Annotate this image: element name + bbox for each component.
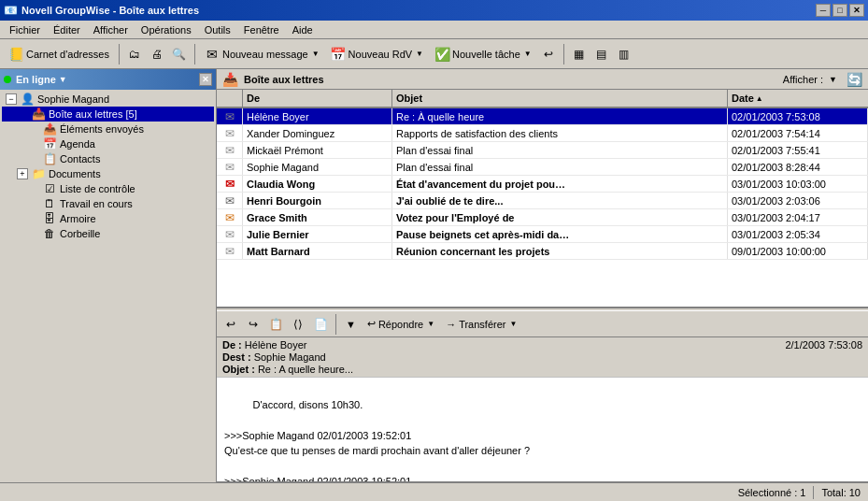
tree-expand-documents[interactable]: + — [17, 168, 28, 179]
reply-icon: ↩ — [367, 318, 376, 330]
email-row[interactable]: ✉ Julie Bernier Pause beignets cet après… — [217, 226, 868, 243]
tree-label-cabinet: Armoire — [60, 213, 96, 224]
col-header-date[interactable]: Date ▲ — [728, 90, 868, 107]
menu-outils[interactable]: Outils — [199, 22, 236, 37]
tree-label-checklist: Liste de contrôle — [60, 183, 135, 194]
refresh-icon[interactable]: 🔄 — [847, 72, 862, 87]
email-sender-cell: Xander Dominguez — [243, 125, 392, 141]
col-header-subject[interactable]: Objet — [392, 90, 728, 107]
email-date-cell: 02/01/2003 7:54:14 — [728, 125, 868, 141]
reply-button[interactable]: ↩ Répondre ▼ — [363, 312, 439, 336]
new-message-button[interactable]: ✉ Nouveau message ▼ — [200, 42, 324, 66]
email-row[interactable]: ✉ Sophie Magand Plan d'essai final 02/01… — [217, 159, 868, 176]
sidebar-close-button[interactable]: ✕ — [199, 73, 212, 86]
tree-item-inbox[interactable]: 📥 Boîte aux lettres [5] — [2, 107, 214, 122]
close-button[interactable]: ✕ — [849, 4, 864, 17]
new-task-button[interactable]: ✅ Nouvelle tâche ▼ — [430, 42, 536, 66]
minimize-button[interactable]: ─ — [816, 4, 831, 17]
tree-label-contacts: Contacts — [60, 153, 100, 165]
email-subject-cell: J'ai oublié de te dire... — [392, 193, 728, 208]
email-row[interactable]: ✉ Hélène Boyer Re : À quelle heure 02/01… — [217, 108, 868, 125]
email-row[interactable]: ✉ Xander Dominguez Rapports de satisfact… — [217, 125, 868, 142]
tree-item-checklist[interactable]: ☑ Liste de contrôle — [2, 181, 214, 196]
email-row[interactable]: ✉ Matt Barnard Réunion concernant les pr… — [217, 243, 868, 260]
new-message-label: Nouveau message — [222, 49, 308, 60]
tree-item-agenda[interactable]: 📅 Agenda — [2, 136, 214, 151]
preview-header-left: De : Hélène Boyer Dest : Sophie Magand O… — [222, 339, 353, 375]
tree-icon-trash: 🗑 — [42, 227, 57, 240]
tree-icon-sent: 📤 — [42, 122, 57, 136]
maximize-button[interactable]: □ — [832, 4, 847, 17]
sort-arrow-icon: ▲ — [756, 94, 763, 103]
email-row[interactable]: ✉ Henri Bourgoin J'ai oublié de te dire.… — [217, 193, 868, 209]
email-icon-cell: ✉ — [217, 125, 243, 141]
toolbar-btn-view1[interactable]: ▦ — [569, 44, 590, 64]
menu-fenetre[interactable]: Fenêtre — [238, 22, 285, 37]
toolbar-btn-view3[interactable]: ▥ — [614, 44, 634, 64]
menu-fichier[interactable]: Fichier — [4, 22, 46, 37]
title-bar: 📧 Novell GroupWise - Boîte aux lettres ─… — [0, 0, 868, 21]
tree-icon-cabinet: 🗄 — [42, 212, 57, 225]
menu-operations[interactable]: Opérations — [135, 22, 197, 37]
toolbar-reply-icon2[interactable]: ↪ — [243, 314, 263, 335]
email-sender-cell: Mickaël Prémont — [243, 142, 392, 158]
email-subject-cell: Rapports de satisfaction des clients — [392, 125, 728, 141]
tree-item-cabinet[interactable]: 🗄 Armoire — [2, 211, 214, 226]
afficher-dropdown-icon[interactable]: ▼ — [829, 75, 837, 84]
reply-dropdown-icon: ▼ — [346, 319, 356, 330]
email-date-cell: 03/01/2003 2:05:34 — [728, 226, 868, 242]
reply-toolbar: ↩ ↪ 📋 ⟨⟩ 📄 ▼ ↩ Répondre ▼ → Transférer ▼ — [217, 311, 868, 337]
tree-item-trash[interactable]: 🗑 Corbeille — [2, 226, 214, 241]
menu-afficher[interactable]: Afficher — [88, 22, 134, 37]
preview-subject-row: Objet : Re : A quelle heure... — [222, 364, 353, 375]
toolbar-btn-print[interactable]: 🖨 — [147, 44, 167, 64]
toolbar-reply-icon1[interactable]: ↩ — [221, 314, 241, 335]
col-header-icon[interactable] — [217, 90, 243, 107]
email-row[interactable]: ✉ Mickaël Prémont Plan d'essai final 02/… — [217, 142, 868, 159]
reply-arrow-icon: ▼ — [427, 320, 434, 328]
app-icon: 📧 — [4, 4, 18, 17]
email-list-container: De Objet Date ▲ ✉ Hélène Boyer Re : À qu… — [217, 90, 868, 308]
tree-label-agenda: Agenda — [60, 138, 95, 150]
email-type-icon: ✉ — [225, 110, 235, 123]
tree-item-sent[interactable]: 📤 Éléments envoyés — [2, 122, 214, 136]
email-row[interactable]: ✉ Claudia Wong État d'avancement du proj… — [217, 176, 868, 193]
toolbar-sep-2 — [194, 44, 195, 64]
menu-aide[interactable]: Aide — [287, 22, 319, 37]
mailbox-title: Boîte aux lettres — [244, 74, 777, 85]
sidebar-dropdown-icon[interactable]: ▼ — [59, 75, 67, 84]
tree-icon-wip: 🗒 — [42, 197, 57, 210]
new-message-icon: ✉ — [205, 47, 220, 62]
col-from-label: De — [247, 93, 260, 104]
toolbar-btn-extra[interactable]: ↩ — [538, 44, 559, 64]
tree-label-user: Sophie Magand — [37, 93, 109, 105]
tree-item-documents[interactable]: + 📁 Documents — [2, 166, 214, 181]
reply-toolbar-sep — [335, 314, 336, 335]
tree-expand-user[interactable]: − — [6, 93, 17, 105]
tree-item-contacts[interactable]: 📋 Contacts — [2, 151, 214, 166]
toolbar-btn-view2[interactable]: ▤ — [591, 44, 612, 64]
tree-item-user[interactable]: − 👤 Sophie Magand — [2, 92, 214, 107]
toolbar-reply-icon3[interactable]: 📋 — [265, 314, 286, 335]
tree-icon-contacts: 📋 — [42, 152, 57, 165]
email-row[interactable]: ✉ Grace Smith Votez pour l'Employé de 03… — [217, 209, 868, 226]
address-book-button[interactable]: 📒 Carnet d'adresses — [4, 42, 114, 66]
window-title: Novell GroupWise - Boîte aux lettres — [21, 5, 199, 16]
reply-dropdown-button[interactable]: ▼ — [341, 312, 361, 336]
col-header-from[interactable]: De — [243, 90, 392, 107]
email-type-icon: ✉ — [225, 228, 235, 241]
toolbar-reply-icon4[interactable]: ⟨⟩ — [288, 314, 308, 335]
transfer-button[interactable]: → Transférer ▼ — [441, 312, 521, 336]
menu-editer[interactable]: Éditer — [48, 22, 86, 37]
sidebar-tree: − 👤 Sophie Magand 📥 Boîte aux lettres [5… — [0, 90, 216, 482]
tree-icon-inbox: 📥 — [31, 107, 46, 121]
email-type-icon: ✉ — [225, 194, 235, 208]
tree-item-wip[interactable]: 🗒 Travail en cours — [2, 196, 214, 211]
toolbar-btn-1[interactable]: 🗂 — [124, 44, 145, 64]
tree-label-sent: Éléments envoyés — [60, 123, 144, 135]
toolbar-btn-search[interactable]: 🔍 — [169, 44, 190, 64]
new-rdv-button[interactable]: 📅 Nouveau RdV ▼ — [326, 42, 428, 66]
preview-from-value: Hélène Boyer — [245, 339, 307, 351]
toolbar-reply-icon5[interactable]: 📄 — [310, 314, 331, 335]
status-bar: Sélectionné : 1 Total: 10 — [0, 482, 868, 501]
